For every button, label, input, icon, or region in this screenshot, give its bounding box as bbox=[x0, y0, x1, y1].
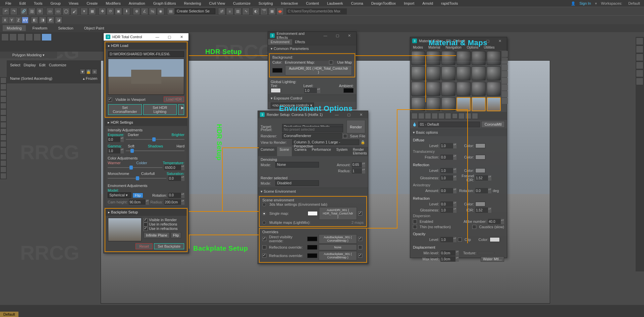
se-tab-edit[interactable]: Edit bbox=[39, 63, 46, 67]
mat-tool-icon[interactable] bbox=[438, 113, 444, 119]
aniso-amount-spinner[interactable] bbox=[440, 189, 453, 193]
rendersel-mode-select[interactable]: Disabled bbox=[275, 180, 319, 186]
level-spinner[interactable] bbox=[304, 89, 317, 92]
close-icon[interactable]: ✕ bbox=[356, 113, 366, 117]
cp-hierarchy-icon[interactable] bbox=[636, 54, 643, 61]
tool-icon[interactable]: ◪ bbox=[55, 16, 62, 24]
opt-multi-radio[interactable] bbox=[262, 221, 266, 225]
column-name[interactable]: Name (Sorted Ascending) bbox=[10, 76, 52, 81]
mat-slot[interactable] bbox=[411, 82, 425, 96]
pick-icon[interactable]: 💧 bbox=[412, 122, 417, 127]
refr-color-swatch[interactable] bbox=[475, 202, 485, 206]
gamma-spinner[interactable] bbox=[108, 149, 120, 153]
refr-over-button[interactable]: AutoBackplate_001 ( CoronaBitmap ) bbox=[319, 251, 357, 260]
axis-x[interactable]: X bbox=[2, 17, 8, 23]
fresnel-ior-spinner[interactable] bbox=[475, 176, 488, 180]
opacity-level-spinner[interactable] bbox=[440, 238, 453, 242]
rotate-icon[interactable]: ⟳ bbox=[107, 8, 114, 15]
hdr-titlebar[interactable]: 3 HDR Total Control — ▢ ✕ bbox=[104, 33, 189, 41]
polygon-modeling-dropdown[interactable]: Polygon Modeling ▾ bbox=[0, 52, 57, 58]
scene-env-header[interactable]: ▾ Scene Environment bbox=[258, 188, 368, 195]
mat-tool-icon[interactable] bbox=[502, 51, 508, 57]
mat-tool-icon[interactable] bbox=[502, 91, 508, 97]
env-tab-effects[interactable]: Effects bbox=[292, 39, 308, 45]
ribbon-tab-objectpaint[interactable]: Object Paint bbox=[80, 25, 108, 31]
set-hdr-lighting-button[interactable]: Set HDR Lighting bbox=[143, 104, 177, 115]
refl-color-swatch[interactable] bbox=[475, 168, 485, 173]
filter-helper-icon[interactable] bbox=[0, 109, 6, 115]
menu-animation[interactable]: Animation bbox=[125, 1, 149, 6]
lock-icon[interactable]: 🔒 bbox=[361, 140, 365, 144]
material-name-field[interactable]: 01 - Default bbox=[418, 122, 480, 127]
axis-y[interactable]: Y bbox=[9, 17, 15, 23]
menu-rapidtools[interactable]: rapidTools bbox=[438, 1, 461, 6]
close-icon[interactable]: ✕ bbox=[495, 39, 505, 43]
tool-icon[interactable]: ◩ bbox=[47, 16, 54, 24]
ribbon-tab-freeform[interactable]: Freeform bbox=[29, 25, 52, 31]
basic-options-header[interactable]: ▾ Basic options bbox=[410, 129, 507, 136]
lasso-icon[interactable]: ◯ bbox=[62, 8, 70, 15]
reset-button[interactable]: Reset bbox=[136, 243, 153, 249]
place-icon[interactable]: ⬇ bbox=[123, 8, 130, 15]
ribbon-btn[interactable] bbox=[17, 34, 25, 41]
refl-gloss-spinner[interactable] bbox=[440, 176, 453, 180]
visible-viewport-checkbox[interactable] bbox=[108, 98, 112, 102]
ribbon-tab-modeling[interactable]: Modeling bbox=[3, 25, 26, 31]
backplate-header[interactable]: ▸ Backplate Setup bbox=[105, 209, 187, 216]
tab-render-elements[interactable]: Render Elements bbox=[350, 147, 370, 156]
se-tab-customize[interactable]: Customize bbox=[49, 63, 66, 67]
filter-group-icon[interactable] bbox=[0, 128, 6, 134]
model-select[interactable]: Spherical ▾ bbox=[108, 192, 131, 198]
single-map-check[interactable] bbox=[358, 211, 362, 215]
maximize-icon[interactable]: ▢ bbox=[332, 34, 342, 38]
render-button[interactable]: Render bbox=[346, 120, 365, 133]
direct-vis-check2[interactable] bbox=[358, 237, 362, 241]
close-icon[interactable]: ✕ bbox=[344, 34, 354, 38]
ribbon-btn[interactable] bbox=[1, 34, 9, 41]
scale-icon[interactable]: ▣ bbox=[115, 8, 122, 15]
select-name-icon[interactable]: ▭ bbox=[54, 8, 62, 15]
minlevel-spinner[interactable] bbox=[440, 251, 455, 255]
menu-interactive[interactable]: Interactive bbox=[278, 1, 302, 6]
mat-slot[interactable] bbox=[411, 66, 425, 80]
mat-tool-icon[interactable] bbox=[502, 84, 508, 90]
mat-tool-icon-hl[interactable] bbox=[452, 113, 458, 119]
saturation-slider[interactable] bbox=[108, 176, 166, 181]
thin-check[interactable] bbox=[413, 225, 417, 229]
denoise-radius-spinner[interactable] bbox=[352, 169, 362, 173]
diffuse-level-spinner[interactable] bbox=[440, 144, 453, 148]
filter-xref-icon[interactable] bbox=[0, 135, 6, 141]
menu-grapheditors[interactable]: Graph Editors bbox=[150, 1, 179, 6]
hdr-path-field[interactable]: D:\WORK\SHARED WORK-FILES\6. HDRI\DURONA… bbox=[108, 51, 184, 57]
mat-slot[interactable] bbox=[426, 66, 440, 80]
menu-laubwerk[interactable]: Laubwerk bbox=[324, 1, 346, 6]
menu-modifiers[interactable]: Modifiers bbox=[102, 1, 124, 6]
snap-icon[interactable]: ⊕ bbox=[133, 8, 140, 15]
mat-slot[interactable] bbox=[457, 82, 471, 96]
filter-frozen-icon[interactable] bbox=[0, 147, 6, 153]
column-frozen[interactable]: ▴ Frozen bbox=[83, 76, 97, 81]
ambient-swatch[interactable] bbox=[343, 88, 354, 93]
savefile-checkbox[interactable] bbox=[343, 134, 347, 138]
opt-3dsmax-radio[interactable] bbox=[262, 203, 266, 206]
mat-slot[interactable] bbox=[487, 66, 501, 80]
mat-slot[interactable] bbox=[472, 82, 486, 96]
filter-cam-icon[interactable] bbox=[0, 103, 6, 109]
cp-display-icon[interactable] bbox=[636, 70, 643, 77]
filter-icon[interactable]: ▾ bbox=[80, 8, 88, 15]
set-corona-button[interactable]: Set CoronaRender bbox=[108, 104, 142, 115]
axis-z[interactable]: Z bbox=[15, 17, 21, 23]
env-tab-environment[interactable]: Environment bbox=[268, 39, 292, 45]
select-icon[interactable]: ▭ bbox=[46, 8, 54, 15]
infinite-plane-button[interactable]: Infinite Plane bbox=[144, 232, 170, 238]
flip2-button[interactable]: Flip bbox=[171, 232, 181, 238]
workspaces-value[interactable]: Default bbox=[626, 1, 642, 6]
filter-light-icon[interactable] bbox=[0, 97, 6, 103]
layer-icon[interactable]: ▥ bbox=[234, 8, 241, 15]
menu-arnold[interactable]: Arnold bbox=[419, 1, 436, 6]
filter-geo-icon[interactable] bbox=[0, 84, 6, 90]
unlink-icon[interactable]: ⛓ bbox=[28, 8, 36, 15]
filter-icon[interactable] bbox=[0, 173, 6, 179]
mat-tool-icon[interactable] bbox=[412, 113, 418, 119]
mat-tool-icon[interactable] bbox=[425, 113, 431, 119]
